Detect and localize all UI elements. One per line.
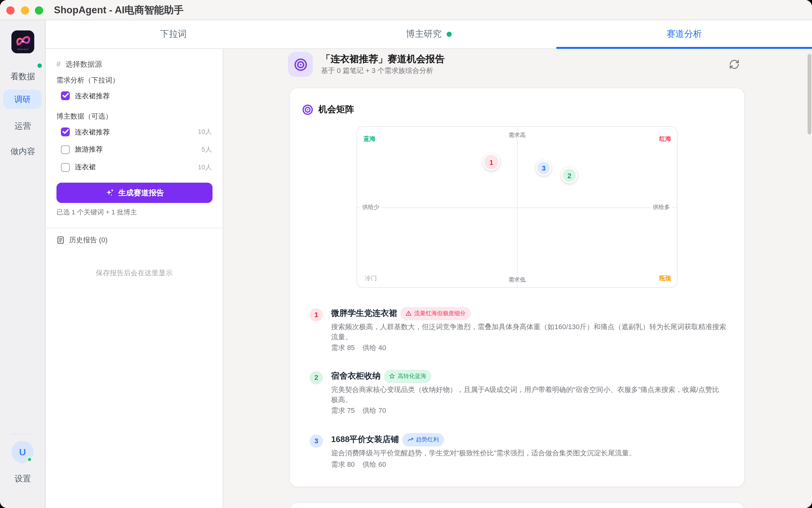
data-source-panel: #选择数据源 需求分析（下拉词） 连衣裙推荐 博主数据（可选） 连衣裙推荐 10… <box>46 49 223 508</box>
history-empty-hint: 保存报告后会在这里显示 <box>46 268 223 278</box>
tab-dropdown-words[interactable]: 下拉词 <box>46 20 301 48</box>
checkbox-checked-icon[interactable] <box>61 91 70 100</box>
demand-section-label: 需求分析（下拉词） <box>56 76 119 85</box>
blogger-row[interactable]: 连衣裙推荐 10人 <box>61 127 212 136</box>
minimize-button[interactable] <box>21 6 29 14</box>
sparkles-icon <box>105 188 114 197</box>
refresh-button[interactable] <box>725 54 743 74</box>
history-header: 历史报告 (0) <box>56 235 108 245</box>
rank-badge: 1 <box>310 308 323 322</box>
checkbox-unchecked-icon[interactable] <box>61 145 70 154</box>
star-icon <box>389 373 395 379</box>
axis-demand-high: 需求高 <box>506 131 527 139</box>
app-window: ShopAgent - AI电商智能助手 ShopLoop AI 看数据 调研 … <box>0 0 812 508</box>
online-status-dot <box>27 457 32 462</box>
opportunity-badge: 高转化蓝海 <box>384 370 432 383</box>
opportunity-stats: 需求 75 供给 70 <box>331 406 731 415</box>
blogger-section-label: 博主数据（可选） <box>56 112 112 121</box>
quadrant-cold: 冷门 <box>365 274 377 283</box>
selection-note: 已选 1 个关键词 + 1 批博主 <box>56 208 137 217</box>
quadrant-bottleneck: 瓶颈 <box>659 274 671 283</box>
rank-badge: 3 <box>310 434 323 448</box>
opportunity-title: 微胖学生党连衣裙 <box>331 308 397 319</box>
quadrant-red-ocean: 红海 <box>659 135 671 143</box>
nav-rail: ShopLoop AI 看数据 调研 运营 做内容 U 设置 <box>0 20 46 508</box>
svg-text:ShopLoop AI: ShopLoop AI <box>17 48 29 50</box>
blogger-tab-dot <box>447 32 452 37</box>
sidebar-item-settings[interactable]: 设置 <box>0 473 46 484</box>
zoom-button[interactable] <box>35 6 43 14</box>
opportunity-title: 宿舍衣柜收纳 <box>331 370 380 382</box>
report-title: 「连衣裙推荐」赛道机会报告 <box>321 53 445 65</box>
opportunity-stats: 需求 80 供给 60 <box>331 460 731 469</box>
tab-track-analysis[interactable]: 赛道分析 <box>557 20 812 48</box>
document-icon <box>56 236 65 244</box>
opportunity-item-2: 2 宿舍衣柜收纳 高转化蓝海 完美契合商家核心变现品类（收纳好物），且属于A级成… <box>310 370 731 415</box>
scrollbar-thumb[interactable] <box>808 54 811 134</box>
opportunity-stats: 需求 85 供给 40 <box>331 343 731 353</box>
trending-up-icon <box>407 436 414 443</box>
opportunity-item-1: 1 微胖学生党连衣裙 流量红海但极度细分 搜索频次极高，人群基数大，但泛词竞争激… <box>310 307 731 353</box>
blogger-row[interactable]: 旅游推荐 5人 <box>61 145 212 154</box>
rank-badge: 2 <box>310 371 323 384</box>
opportunity-item-3: 3 1688平价女装店铺 趋势红利 迎合消费降级与平价觉醒趋势，学生党对“极致性… <box>310 433 731 469</box>
opportunity-desc: 搜索频次极高，人群基数大，但泛词竞争激烈，需叠加具体身高体重（如160/130斤… <box>331 322 731 342</box>
next-section-card <box>289 502 745 508</box>
titlebar: ShopAgent - AI电商智能助手 <box>0 0 812 20</box>
opportunity-badge: 趋势红利 <box>402 433 444 446</box>
matrix-point-1[interactable]: 1 <box>483 154 500 171</box>
report-icon-tile <box>288 52 313 77</box>
sidebar-item-operation[interactable]: 运营 <box>0 121 46 132</box>
tab-blogger-research[interactable]: 博主研究 <box>301 20 556 48</box>
opportunity-desc: 完美契合商家核心变现品类（收纳好物），且属于A级成交词，用户带着明确的“宿舍空间… <box>331 385 731 405</box>
report-subtitle: 基于 0 篇笔记 + 3 个需求族综合分析 <box>321 66 433 76</box>
refresh-icon <box>729 59 739 70</box>
opportunity-badge: 流量红海但极度细分 <box>400 307 471 320</box>
report-panel: 「连衣裙推荐」赛道机会报告 基于 0 篇笔记 + 3 个需求族综合分析 机会矩阵… <box>223 49 812 508</box>
matrix-title: 机会矩阵 <box>319 104 354 116</box>
opportunity-matrix-card: 机会矩阵 蓝海 红海 冷门 瓶颈 需求高 需求低 供给少 供给多 1 3 2 1… <box>289 87 745 487</box>
source-header: #选择数据源 <box>56 59 102 69</box>
matrix-point-2[interactable]: 2 <box>561 167 577 183</box>
sidebar-divider <box>46 228 223 228</box>
axis-demand-low: 需求低 <box>506 276 527 284</box>
target-icon <box>302 104 313 116</box>
checkbox-unchecked-icon[interactable] <box>61 163 70 172</box>
opportunity-matrix-chart: 蓝海 红海 冷门 瓶颈 需求高 需求低 供给少 供给多 1 3 2 <box>357 126 678 288</box>
target-icon <box>293 57 307 71</box>
traffic-lights <box>6 6 43 14</box>
axis-supply-low: 供给少 <box>360 203 381 211</box>
opportunity-desc: 迎合消费降级与平价觉醒趋势，学生党对“极致性价比”需求强烈，适合做合集类图文沉淀… <box>331 449 731 458</box>
generate-report-button[interactable]: 生成赛道报告 <box>56 183 212 203</box>
app-logo[interactable]: ShopLoop AI <box>11 31 34 53</box>
sidebar-item-data[interactable]: 看数据 <box>0 71 46 82</box>
matrix-header: 机会矩阵 <box>302 104 354 116</box>
close-button[interactable] <box>6 6 14 14</box>
matrix-point-3[interactable]: 3 <box>536 161 551 176</box>
tab-bar: 下拉词 博主研究 赛道分析 <box>46 20 812 49</box>
demand-keyword-row[interactable]: 连衣裙推荐 <box>61 91 212 100</box>
checkbox-checked-icon[interactable] <box>61 127 70 136</box>
data-nav-notification-dot <box>37 64 42 68</box>
rail-divider <box>12 434 32 434</box>
warning-icon <box>405 310 412 316</box>
window-title: ShopAgent - AI电商智能助手 <box>54 0 184 20</box>
opportunity-title: 1688平价女装店铺 <box>331 434 399 445</box>
blogger-row[interactable]: 连衣裙 10人 <box>61 163 212 172</box>
sidebar-item-research[interactable]: 调研 <box>3 89 42 109</box>
axis-supply-high: 供给多 <box>651 203 672 211</box>
quadrant-blue-ocean: 蓝海 <box>364 135 375 143</box>
hash-icon: # <box>56 60 60 68</box>
sidebar-item-content[interactable]: 做内容 <box>0 146 46 157</box>
